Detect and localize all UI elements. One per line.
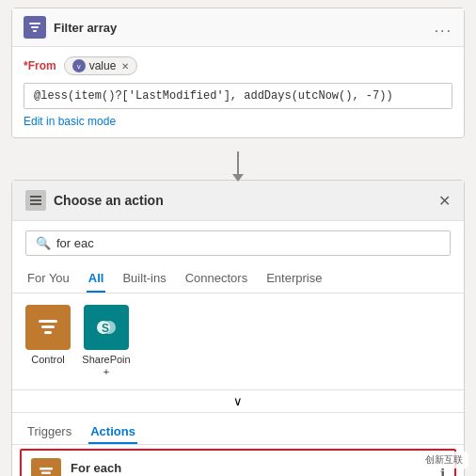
arrow-line [237, 151, 239, 174]
value-badge-icon: v [72, 59, 86, 72]
svg-rect-1 [31, 26, 39, 28]
action-header-left: Choose an action [25, 190, 164, 211]
svg-rect-7 [41, 325, 55, 328]
search-icon: 🔍 [36, 236, 51, 250]
chevron-row[interactable]: ∨ [12, 390, 464, 413]
svg-rect-4 [30, 199, 41, 201]
filter-array-card: Filter array ... *From v value ✕ @less(i… [11, 8, 465, 138]
sub-tab-triggers[interactable]: Triggers [25, 420, 73, 444]
sub-tab-actions[interactable]: Actions [88, 420, 137, 444]
for-each-text: For each Control [71, 461, 440, 476]
filter-ellipsis-button[interactable]: ... [435, 19, 452, 36]
control-icon-label: Control [31, 354, 64, 366]
svg-rect-2 [33, 30, 37, 32]
arrow-head [232, 174, 244, 182]
tab-all[interactable]: All [87, 265, 106, 293]
filter-card-header: Filter array ... [12, 8, 464, 47]
sub-tabs-row: Triggers Actions [12, 413, 464, 445]
tab-connectors[interactable]: Connectors [183, 265, 249, 293]
from-row: *From v value ✕ [24, 56, 452, 75]
value-badge: v value ✕ [64, 56, 138, 75]
action-item-for-each[interactable]: For each Control ℹ [20, 449, 456, 476]
svg-rect-12 [40, 468, 53, 470]
choose-action-card: Choose an action ✕ 🔍 for eac For You All… [11, 180, 465, 476]
svg-rect-6 [39, 320, 57, 323]
filter-icon [24, 16, 46, 39]
svg-rect-0 [29, 23, 40, 24]
search-bar[interactable]: 🔍 for eac [25, 230, 451, 256]
action-card-close-button[interactable]: ✕ [438, 192, 451, 210]
sharepoint-icon-label: SharePoin + [78, 354, 135, 378]
svg-rect-13 [41, 472, 51, 475]
svg-text:S: S [102, 322, 109, 335]
filter-card-body: *From v value ✕ @less(item()?['LastModif… [12, 47, 464, 137]
icon-sharepoint[interactable]: S SharePoin + [78, 305, 135, 378]
formula-box[interactable]: @less(item()?['LastModified'], addDays(u… [24, 83, 452, 109]
sharepoint-icon-box: S [84, 305, 129, 350]
for-each-icon [31, 458, 61, 476]
search-input[interactable]: for eac [56, 236, 94, 250]
tab-enterprise[interactable]: Enterprise [264, 265, 324, 293]
arrow-wrapper [237, 151, 239, 174]
arrow-connector [0, 146, 476, 180]
edit-basic-mode-link[interactable]: Edit in basic mode [24, 115, 452, 128]
svg-rect-3 [30, 196, 41, 198]
action-card-title: Choose an action [54, 193, 164, 208]
icons-grid: Control S SharePoin + [12, 294, 464, 390]
chevron-down-icon: ∨ [233, 394, 243, 408]
action-card-icon [25, 190, 46, 211]
action-list: For each Control ℹ S Get files (properti… [12, 449, 464, 476]
tabs-row: For You All Built-ins Connectors Enterpr… [12, 265, 464, 294]
filter-title: Filter array [54, 21, 117, 35]
tab-builtins[interactable]: Built-ins [120, 265, 167, 293]
svg-rect-5 [30, 203, 41, 205]
value-badge-close-button[interactable]: ✕ [121, 61, 129, 71]
svg-rect-8 [44, 331, 52, 334]
control-icon-box [25, 305, 71, 350]
action-card-header: Choose an action ✕ [12, 181, 464, 221]
for-each-name: For each [71, 461, 440, 475]
icon-control[interactable]: Control [25, 305, 71, 378]
from-label: *From [24, 59, 56, 72]
watermark: 创新互联 [420, 452, 468, 468]
value-badge-text: value [89, 59, 117, 72]
filter-header-left: Filter array [24, 16, 117, 39]
tab-for-you[interactable]: For You [25, 265, 71, 293]
